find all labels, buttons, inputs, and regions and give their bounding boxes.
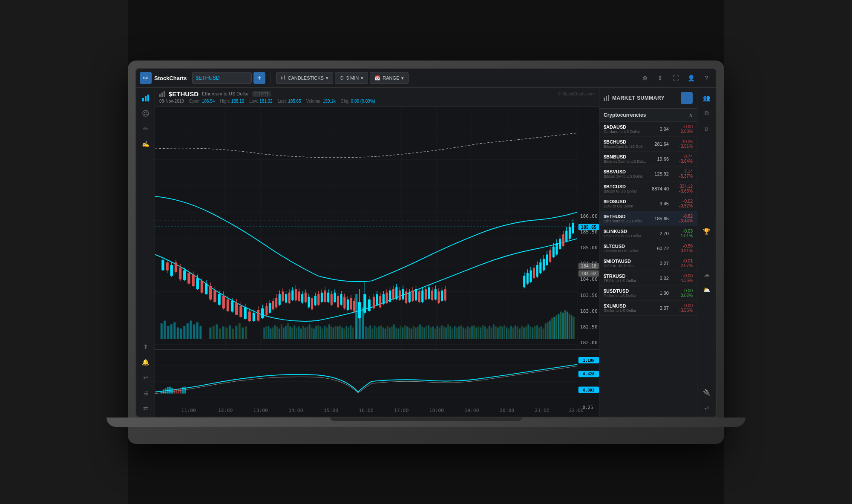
svg-rect-156	[456, 327, 458, 339]
pencil-sidebar-icon[interactable]: ✏	[139, 122, 153, 135]
fullscreen-button[interactable]: ⛶	[670, 72, 682, 84]
svg-rect-153	[449, 326, 451, 339]
svg-rect-203	[558, 314, 559, 339]
svg-text:16:00: 16:00	[359, 408, 374, 413]
svg-rect-46	[167, 325, 169, 339]
crypto-list-item[interactable]: $EOSUSD EOS to US Dollar 3.45 -0.02 -0.5…	[599, 196, 697, 211]
trophy-sidebar-icon[interactable]: 🏆	[700, 225, 714, 238]
svg-point-11	[146, 111, 147, 112]
panel-active-button[interactable]	[681, 92, 693, 104]
svg-rect-74	[268, 325, 269, 339]
svg-text:184.02: 184.02	[581, 271, 597, 276]
crypto-list-item[interactable]: $BNBUSD BinanceCoin to US Dol... 19.66 -…	[599, 152, 697, 167]
cloud-sidebar-icon[interactable]: ☁	[700, 268, 714, 281]
crypto-change-value: -0.00	[671, 303, 693, 308]
svg-rect-207	[567, 311, 568, 339]
timeframe-button[interactable]: ⏱ 5 MIN ▾	[335, 72, 368, 84]
svg-text:0.093: 0.093	[583, 388, 594, 392]
low-label: Low:	[249, 99, 258, 104]
svg-rect-71	[245, 326, 247, 339]
account-button[interactable]: 👤	[685, 72, 697, 84]
svg-text:183.50: 183.50	[580, 292, 598, 298]
crypto-list-item[interactable]: $ADAUSD Cardano to US Dollar 0.04 -0.00 …	[599, 122, 697, 137]
svg-rect-421	[167, 387, 169, 393]
svg-rect-137	[415, 327, 417, 339]
crypto-change: -0.82 -0.44%	[671, 214, 693, 223]
crypto-list-item[interactable]: $TRXUSD TRON to US Dollar 0.02 -0.00 -4.…	[599, 271, 697, 286]
svg-rect-45	[164, 320, 166, 339]
help-button[interactable]: ?	[700, 72, 712, 84]
svg-rect-6	[142, 98, 144, 101]
transfer-sidebar-icon[interactable]: ⇄	[139, 401, 153, 415]
chart-type-button[interactable]: CANDLESTICKS ▾	[276, 72, 333, 84]
undo-sidebar-icon[interactable]: ↩	[139, 371, 153, 384]
filter-sidebar-icon[interactable]: ⧉	[700, 107, 714, 120]
svg-text:13:00: 13:00	[253, 408, 268, 413]
crypto-list-item[interactable]: $BTCUSD Bitcoin to US Dollar 8874.40 -33…	[599, 181, 697, 196]
svg-rect-161	[467, 326, 469, 339]
svg-rect-79	[279, 328, 280, 339]
crypto-list-item[interactable]: $LTCUSD Litecoin to US Dollar 60.72 -0.5…	[599, 241, 697, 256]
crypto-change-value: -0.00	[671, 274, 693, 278]
crypto-list-item[interactable]: $XLMUSD Stellar to US Dollar 0.07 -0.00 …	[599, 301, 697, 316]
crosshair-button[interactable]: ⊕	[639, 72, 651, 84]
volume-label: Volume:	[306, 99, 322, 104]
palette-sidebar-icon[interactable]	[139, 107, 153, 120]
svg-rect-150	[443, 326, 445, 339]
add-symbol-button[interactable]: +	[253, 72, 265, 84]
svg-rect-77	[274, 325, 276, 339]
crypto-info: $LTCUSD Litecoin to US Dollar	[604, 244, 657, 253]
svg-rect-168	[482, 325, 484, 339]
crypto-info: $MIOTAUSD IOTA to US Dollar	[604, 259, 660, 268]
crypto-change-pct: -4.36%	[671, 278, 693, 283]
crypto-list-item[interactable]: $LINKUSD Chainlink to US Dollar 2.70 +0.…	[599, 226, 697, 241]
svg-text:11:00: 11:00	[181, 408, 196, 413]
svg-rect-1	[282, 76, 282, 77]
cloud2-sidebar-icon[interactable]: ⛅	[700, 283, 714, 297]
compare-button[interactable]: ⇕	[654, 72, 666, 84]
svg-rect-67	[232, 328, 234, 339]
crypto-change: -0.00 -2.68%	[671, 124, 693, 134]
crypto-list-item[interactable]: $USDTUSD Tether to US Dollar 1.00 0.00 0…	[599, 286, 697, 301]
chart-svg-area[interactable]: 186.00 185.50 185.00 184.50 184.00 183.5…	[155, 107, 599, 418]
crypto-change: -0.02 -0.52%	[671, 199, 693, 208]
collapse-icon[interactable]: ∧	[689, 112, 693, 118]
crypto-list-item[interactable]: $BCHUSD BitcoinCash to US Doll... 281.64…	[599, 137, 697, 152]
people-sidebar-icon[interactable]: 👥	[700, 91, 714, 105]
svg-text:20:00: 20:00	[500, 408, 515, 413]
bell-sidebar-icon[interactable]: 🔔	[139, 355, 153, 369]
chart-symbol: $ETHUSD	[169, 90, 199, 98]
plug-sidebar-icon[interactable]: 🔌	[700, 386, 714, 399]
symbol-input[interactable]	[192, 72, 252, 84]
currency-sidebar-icon[interactable]: ₿	[700, 122, 714, 135]
svg-rect-157	[458, 326, 460, 339]
svg-rect-164	[473, 325, 475, 339]
annotation-sidebar-icon[interactable]: ✍	[139, 137, 153, 151]
svg-rect-174	[495, 326, 497, 339]
arrows-sidebar-icon[interactable]: ⇄	[700, 401, 714, 415]
svg-rect-170	[486, 328, 488, 339]
svg-rect-91	[305, 327, 306, 339]
crypto-name: Cardano to US Dollar	[604, 130, 660, 134]
svg-rect-424	[173, 389, 175, 393]
crypto-name: Bitcoin to US Dollar	[604, 189, 652, 193]
svg-rect-205	[562, 312, 564, 339]
svg-rect-426	[178, 389, 179, 393]
crypto-list-item[interactable]: $ETHUSD Ethereum to US Dollar 185.65 -0.…	[599, 211, 697, 226]
chart-sidebar-icon[interactable]	[139, 91, 153, 105]
crypto-list-item[interactable]: $BSVUSD Bitcoin SV to US Dollar 125.92 -…	[599, 167, 697, 181]
svg-text:19:00: 19:00	[464, 408, 479, 413]
crypto-change-value: -0.74	[671, 154, 693, 159]
svg-rect-176	[499, 325, 501, 339]
svg-rect-64	[222, 326, 225, 339]
svg-rect-179	[506, 327, 507, 339]
upload-sidebar-icon[interactable]: ⬆	[139, 340, 153, 354]
print-sidebar-icon[interactable]: 🖨	[139, 386, 153, 400]
crypto-price: 0.27	[660, 261, 669, 266]
range-button[interactable]: 📅 RANGE ▾	[370, 72, 409, 84]
crypto-info: $LINKUSD Chainlink to US Dollar	[604, 229, 660, 238]
svg-rect-88	[298, 326, 299, 339]
crypto-list-item[interactable]: $MIOTAUSD IOTA to US Dollar 0.27 -0.01 -…	[599, 256, 697, 271]
crypto-name: Ethereum to US Dollar	[604, 219, 654, 223]
market-summary-header: MARKET SUMMARY	[599, 88, 697, 109]
